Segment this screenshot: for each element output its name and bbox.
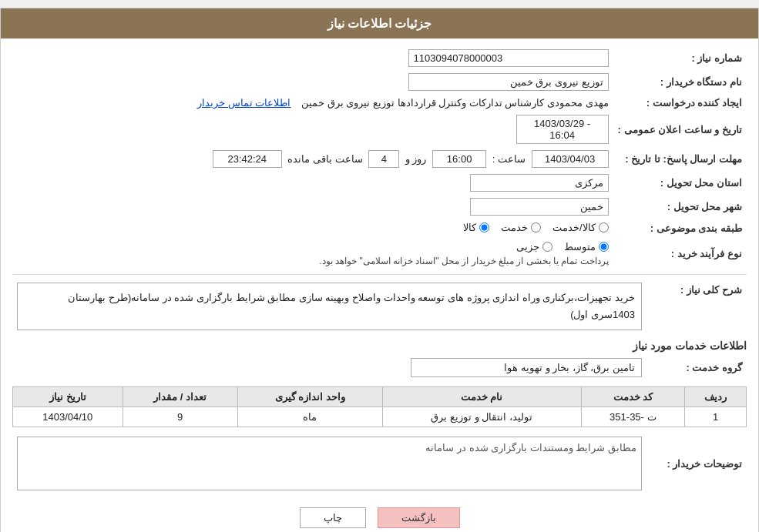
process-note: پرداخت تمام یا بخشی از مبلغ خریدار از مح… (17, 256, 609, 266)
province-label: استان محل تحویل : (613, 171, 747, 195)
buyer-notes-value: مطابق شرایط ومستندات بارگزاری شده در سام… (17, 437, 642, 490)
col-service-code: کد خدمت (581, 387, 685, 407)
remaining-label: ساعت باقی مانده (287, 153, 362, 165)
col-row-num: ردیف (685, 387, 747, 407)
category-radio-group: کالا/خدمت خدمت کالا (463, 222, 609, 233)
col-service-name: نام خدمت (382, 387, 581, 407)
deadline-time-label: ساعت : (492, 153, 526, 165)
category-label: طبقه بندی موضوعی : (613, 219, 747, 238)
print-button[interactable]: چاپ (300, 507, 366, 528)
back-button[interactable]: بازگشت (378, 507, 460, 528)
buyer-notes-text: مطابق شرایط ومستندات بارگزاری شده در سام… (425, 442, 636, 453)
button-row: بازگشت چاپ (12, 498, 747, 532)
process-option-jozii: جزیی (516, 241, 552, 253)
announce-date-value: 1403/03/29 - 16:04 (516, 115, 609, 144)
city-label: شهر محل تحویل : (613, 195, 747, 219)
contact-link[interactable]: اطلاعات تماس خریدار (197, 97, 291, 109)
buyer-org-label: نام دستگاه خریدار : (613, 70, 747, 94)
col-date: تاریخ نیاز (13, 387, 123, 407)
process-option-jozii-label: جزیی (516, 241, 539, 253)
deadline-time: 16:00 (432, 150, 486, 168)
province-value: مرکزی (470, 174, 609, 192)
creator-value: مهدی محمودی کارشناس تدارکات وکنترل قرارد… (301, 97, 609, 109)
deadline-days-label: روز و (405, 153, 427, 165)
service-group-value: تامین برق، گاز، بخار و تهویه هوا (411, 358, 642, 377)
buyer-org-value: توزیع نیروی برق خمین (408, 73, 609, 91)
description-label: شرح کلی نیاز : (646, 279, 747, 333)
category-option-kala-khedmat: کالا/خدمت (552, 222, 609, 233)
radio-kala-khedmat[interactable] (599, 223, 609, 233)
deadline-date: 1403/04/03 (532, 150, 609, 168)
table-row: 1ت -35-351تولید، انتقال و توزیع برقماه91… (13, 407, 747, 427)
category-option-kala-label: کالا (463, 222, 476, 233)
col-unit: واحد اندازه گیری (237, 387, 382, 407)
process-option-motavasset: متوسط (564, 241, 609, 253)
announce-date-label: تاریخ و ساعت اعلان عمومی : (613, 112, 747, 147)
process-label: نوع فرآیند خرید : (613, 238, 747, 269)
col-quantity: تعداد / مقدار (123, 387, 237, 407)
services-table: ردیف کد خدمت نام خدمت واحد اندازه گیری ت… (12, 386, 747, 427)
page-title: جزئیات اطلاعات نیاز (327, 17, 432, 30)
category-option-kala: کالا (463, 222, 489, 233)
category-option-khedmat-label: خدمت (501, 222, 528, 233)
creator-label: ایجاد کننده درخواست : (613, 94, 747, 112)
remaining-time: 23:42:24 (213, 150, 282, 168)
buyer-notes-label: توضیحات خریدار : (646, 433, 747, 494)
process-option-motavasset-label: متوسط (564, 241, 596, 253)
radio-jozii[interactable] (542, 242, 552, 252)
deadline-label: مهلت ارسال پاسخ: تا تاریخ : (613, 147, 747, 171)
service-group-label: گروه خدمت : (646, 355, 747, 380)
services-section-title: اطلاعات خدمات مورد نیاز (12, 340, 747, 352)
deadline-days: 4 (368, 150, 399, 168)
request-number-value: 1103094078000003 (408, 49, 609, 67)
radio-khedmat[interactable] (531, 223, 541, 233)
page-header: جزئیات اطلاعات نیاز (1, 8, 758, 38)
category-option-kala-khedmat-label: کالا/خدمت (552, 222, 596, 233)
radio-kala[interactable] (479, 223, 489, 233)
process-radio-group: متوسط جزیی (17, 241, 609, 253)
description-value: خرید تجهیزات،برکناری وراه اندازی پروژه ه… (17, 283, 642, 330)
category-option-khedmat: خدمت (501, 222, 541, 233)
city-value: خمین (470, 198, 609, 216)
radio-motavasset[interactable] (599, 242, 609, 252)
request-number-label: شماره نیاز : (613, 46, 747, 70)
